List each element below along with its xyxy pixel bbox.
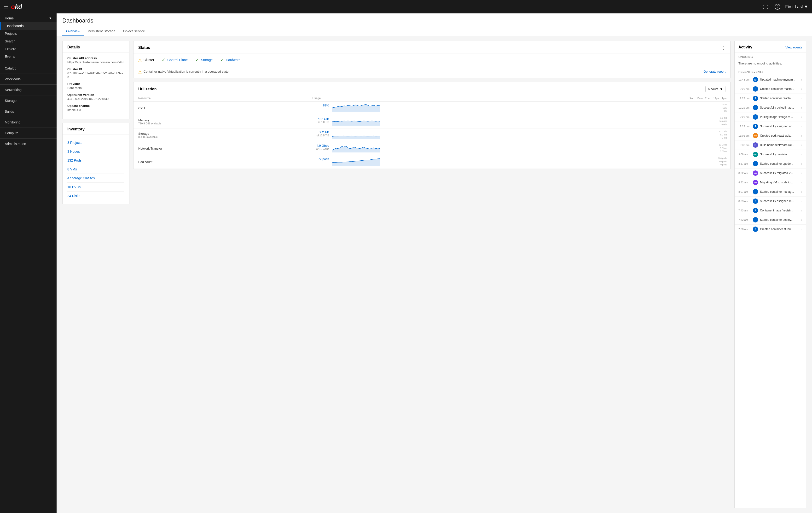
event-item[interactable]: 8:32 am VM Migrating VM to node ip... › [734, 178, 806, 187]
control-plane-link[interactable]: Control Plane [167, 58, 188, 62]
sidebar-home-label: Home [5, 16, 14, 20]
sparkline-chart [332, 157, 380, 166]
util-card-header: Utilization 6 hours ▼ [134, 82, 730, 95]
sidebar-item-workloads[interactable]: Workloads [0, 75, 57, 83]
user-chevron-icon: ▼ [804, 4, 808, 9]
help-icon[interactable]: ? [775, 4, 780, 9]
details-card-title: Details [63, 41, 129, 53]
activity-header: Activity View events [734, 41, 806, 53]
hardware-link[interactable]: Hardware [226, 58, 240, 62]
event-item[interactable]: 7:32 am P Started container deploy... › [734, 215, 806, 225]
tab-object-service[interactable]: Object Service [119, 27, 149, 36]
sparkline-chart [332, 117, 380, 125]
event-text: Successfully provision... [760, 153, 799, 156]
storage-ok-icon: ✓ [195, 57, 199, 63]
cluster-label: Cluster [144, 58, 154, 62]
col-resource: Resource [134, 95, 308, 102]
view-events-link[interactable]: View events [785, 46, 802, 49]
event-item[interactable]: 8:32 am VM Successfully migrated V... › [734, 169, 806, 178]
status-options-icon[interactable]: ⋮ [721, 45, 725, 50]
tab-overview[interactable]: Overview [62, 27, 84, 36]
event-item[interactable]: 8:57 am P Started container appde... › [734, 159, 806, 169]
event-chevron-icon: › [801, 171, 802, 175]
detail-channel-value: stable-4.3 [67, 108, 124, 112]
warning-row-icon: △ [138, 69, 142, 74]
event-item[interactable]: 12:29 pm P Created container reacta... › [734, 84, 806, 94]
sidebar-events-label: Events [5, 55, 15, 58]
inventory-link[interactable]: 3 Nodes [67, 150, 80, 153]
event-item[interactable]: 9:08 am PVC Successfully provision... › [734, 150, 806, 159]
event-icon: P [753, 208, 758, 213]
event-item[interactable]: 7:30 am P Created container sti-bu... › [734, 225, 806, 234]
event-item[interactable]: 10:38 am B Build name-test/react-we... › [734, 140, 806, 150]
event-item[interactable]: 12:29 pm P Started container reacta... › [734, 94, 806, 103]
event-item[interactable]: 11:02 am RC Created pod: react-web... › [734, 131, 806, 140]
util-usage-cell: 432 GiB of 1.0 TiB 1.0 TiB 500 GiB 0 GiB [308, 115, 730, 129]
sidebar-item-networking[interactable]: Networking [0, 86, 57, 94]
sidebar-monitoring-label: Monitoring [5, 120, 20, 124]
control-plane-ok-icon: ✓ [162, 57, 165, 63]
inventory-link[interactable]: 4 Storage Classes [67, 176, 95, 180]
storage-link[interactable]: Storage [201, 58, 212, 62]
event-time: 12:43 pm [738, 78, 751, 81]
event-item[interactable]: 8:07 am P Started container manag... › [734, 187, 806, 197]
detail-cluster-id: Cluster ID 67c1f85e-a137-4915-8a87-2b98a… [67, 67, 124, 79]
sidebar-item-builds[interactable]: Builds [0, 108, 57, 115]
event-icon: P [753, 217, 758, 223]
sidebar-item-projects[interactable]: Projects [0, 30, 57, 37]
sidebar-item-administration[interactable]: Administration [0, 140, 57, 148]
util-title: Utilization [138, 87, 156, 91]
inventory-link[interactable]: 24 Disks [67, 194, 80, 198]
sidebar-compute-label: Compute [5, 131, 19, 135]
user-menu[interactable]: First Last ▼ [785, 4, 808, 9]
utilization-card: Utilization 6 hours ▼ Resource [133, 82, 730, 169]
event-icon: P [753, 96, 758, 101]
util-resource-cell: CPU [134, 102, 308, 115]
events-list: 12:43 pm M Updated machine mynam... › 12… [734, 75, 806, 234]
sidebar-item-monitoring[interactable]: Monitoring [0, 118, 57, 126]
event-chevron-icon: › [801, 143, 802, 147]
inventory-item: 3 Projects [67, 138, 124, 147]
event-item[interactable]: 7:43 am P Container image "registr... › [734, 206, 806, 215]
inventory-item: 24 Disks [67, 192, 124, 200]
status-cluster: △ Cluster [138, 57, 154, 63]
content-body: Details Cluster API address https://api.… [57, 36, 812, 513]
event-chevron-icon: › [801, 134, 802, 138]
hamburger-icon[interactable]: ☰ [4, 4, 8, 9]
event-text: Created pod: react-web... [760, 134, 799, 137]
event-item[interactable]: 12:43 pm M Updated machine mynam... › [734, 75, 806, 84]
recent-events-label: Recent events [734, 68, 806, 75]
sidebar-item-events[interactable]: Events [0, 53, 57, 60]
event-item[interactable]: 8:03 am P Successfully assigned m... › [734, 197, 806, 206]
event-icon: RC [753, 133, 758, 138]
event-item[interactable]: 12:29 pm P Successfully assigned ap... › [734, 122, 806, 131]
inventory-link[interactable]: 132 Pods [67, 159, 82, 162]
event-item[interactable]: 12:29 pm P Successfully pulled imag... › [734, 103, 806, 112]
detail-api-label: Cluster API address [67, 56, 124, 60]
hardware-ok-icon: ✓ [220, 57, 224, 63]
event-icon: PVC [753, 152, 758, 157]
inventory-link[interactable]: 16 PVCs [67, 185, 81, 189]
nav-icons: ⋮⋮ ? First Last ▼ [761, 4, 808, 9]
sidebar-item-compute[interactable]: Compute [0, 129, 57, 137]
sidebar-item-home[interactable]: Home ▼ [0, 15, 57, 22]
tab-persistent-storage[interactable]: Persistent Storage [84, 27, 119, 36]
inventory-link[interactable]: 8 VMs [67, 167, 77, 171]
event-icon: P [753, 189, 758, 194]
event-text: Updated machine mynam... [760, 78, 799, 81]
event-item[interactable]: 12:29 pm P Pulling image "image-re... › [734, 112, 806, 122]
inventory-list: 3 Projects3 Nodes132 Pods8 VMs4 Storage … [67, 138, 124, 200]
inventory-link[interactable]: 3 Projects [67, 141, 82, 145]
generate-report-button[interactable]: Generate report [703, 70, 725, 73]
sidebar-item-catalog[interactable]: Catalog [0, 64, 57, 72]
util-usage-cell: 82% 100% 50% 0% [308, 102, 730, 115]
hours-selector[interactable]: 6 hours ▼ [705, 86, 725, 92]
page-title: Dashboards [62, 17, 806, 24]
grid-icon[interactable]: ⋮⋮ [761, 4, 770, 9]
sidebar-item-dashboards[interactable]: Dashboards [0, 22, 57, 30]
detail-channel-label: Update channel [67, 104, 124, 108]
event-text: Successfully pulled imag... [760, 106, 799, 109]
sidebar-item-explore[interactable]: Explore [0, 45, 57, 53]
sidebar-item-storage[interactable]: Storage [0, 97, 57, 105]
sidebar-item-search[interactable]: Search [0, 37, 57, 45]
